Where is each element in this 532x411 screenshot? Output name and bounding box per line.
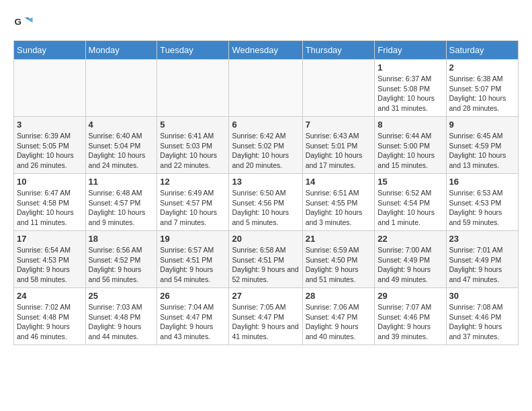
day-number: 11: [89, 177, 154, 187]
calendar-day: 7Sunrise: 6:43 AM Sunset: 5:01 PM Daylig…: [302, 117, 375, 174]
day-info: Sunrise: 6:37 AM Sunset: 5:08 PM Dayligh…: [378, 74, 443, 113]
calendar-day: 8Sunrise: 6:44 AM Sunset: 5:00 PM Daylig…: [375, 117, 446, 174]
day-number: 7: [306, 120, 372, 130]
day-info: Sunrise: 6:56 AM Sunset: 4:52 PM Dayligh…: [89, 245, 154, 285]
day-info: Sunrise: 6:38 AM Sunset: 5:07 PM Dayligh…: [449, 74, 515, 113]
calendar-day: 23Sunrise: 7:01 AM Sunset: 4:49 PM Dayli…: [446, 231, 518, 288]
day-number: 8: [378, 120, 443, 130]
calendar-day: 29Sunrise: 7:07 AM Sunset: 4:46 PM Dayli…: [375, 288, 446, 345]
day-number: 6: [232, 120, 299, 130]
day-info: Sunrise: 6:41 AM Sunset: 5:03 PM Dayligh…: [160, 131, 226, 171]
day-info: Sunrise: 6:39 AM Sunset: 5:05 PM Dayligh…: [17, 131, 83, 171]
calendar-day: 3Sunrise: 6:39 AM Sunset: 5:05 PM Daylig…: [14, 117, 86, 174]
calendar-day: 2Sunrise: 6:38 AM Sunset: 5:07 PM Daylig…: [446, 60, 518, 117]
calendar-day: 16Sunrise: 6:53 AM Sunset: 4:53 PM Dayli…: [446, 174, 518, 231]
calendar-day: 17Sunrise: 6:54 AM Sunset: 4:53 PM Dayli…: [14, 231, 86, 288]
column-header-sunday: Sunday: [14, 41, 86, 60]
day-number: 12: [160, 177, 226, 187]
calendar-day: 21Sunrise: 6:59 AM Sunset: 4:50 PM Dayli…: [302, 231, 375, 288]
day-info: Sunrise: 6:47 AM Sunset: 4:58 PM Dayligh…: [17, 188, 83, 228]
calendar-day: 28Sunrise: 7:06 AM Sunset: 4:47 PM Dayli…: [302, 288, 375, 345]
calendar-day: 25Sunrise: 7:03 AM Sunset: 4:48 PM Dayli…: [85, 288, 157, 345]
calendar-day: 9Sunrise: 6:45 AM Sunset: 4:59 PM Daylig…: [446, 117, 518, 174]
calendar-table: SundayMondayTuesdayWednesdayThursdayFrid…: [13, 40, 519, 345]
day-number: 18: [89, 234, 154, 244]
day-number: 29: [378, 291, 443, 301]
calendar-day: 11Sunrise: 6:48 AM Sunset: 4:57 PM Dayli…: [85, 174, 157, 231]
calendar-week-3: 10Sunrise: 6:47 AM Sunset: 4:58 PM Dayli…: [14, 174, 519, 231]
calendar-day: [14, 60, 86, 117]
day-info: Sunrise: 7:05 AM Sunset: 4:47 PM Dayligh…: [232, 302, 299, 342]
day-info: Sunrise: 7:03 AM Sunset: 4:48 PM Dayligh…: [89, 302, 154, 342]
svg-text:G: G: [15, 17, 22, 27]
day-number: 19: [160, 234, 226, 244]
day-number: 10: [17, 177, 83, 187]
day-number: 9: [449, 120, 515, 130]
day-info: Sunrise: 6:45 AM Sunset: 4:59 PM Dayligh…: [449, 131, 515, 171]
calendar-week-5: 24Sunrise: 7:02 AM Sunset: 4:48 PM Dayli…: [14, 288, 519, 345]
day-info: Sunrise: 6:53 AM Sunset: 4:53 PM Dayligh…: [449, 188, 515, 228]
calendar-day: 22Sunrise: 7:00 AM Sunset: 4:49 PM Dayli…: [375, 231, 446, 288]
day-info: Sunrise: 6:57 AM Sunset: 4:51 PM Dayligh…: [160, 245, 226, 285]
column-header-thursday: Thursday: [302, 41, 375, 60]
day-info: Sunrise: 6:43 AM Sunset: 5:01 PM Dayligh…: [306, 131, 372, 171]
day-info: Sunrise: 6:54 AM Sunset: 4:53 PM Dayligh…: [17, 245, 83, 285]
calendar-day: [302, 60, 375, 117]
calendar-day: 30Sunrise: 7:08 AM Sunset: 4:46 PM Dayli…: [446, 288, 518, 345]
calendar-week-1: 1Sunrise: 6:37 AM Sunset: 5:08 PM Daylig…: [14, 60, 519, 117]
calendar-day: 10Sunrise: 6:47 AM Sunset: 4:58 PM Dayli…: [14, 174, 86, 231]
logo: G: [13, 13, 36, 34]
day-info: Sunrise: 7:04 AM Sunset: 4:47 PM Dayligh…: [160, 302, 226, 342]
calendar-day: 5Sunrise: 6:41 AM Sunset: 5:03 PM Daylig…: [157, 117, 229, 174]
calendar-day: [85, 60, 157, 117]
calendar-day: 27Sunrise: 7:05 AM Sunset: 4:47 PM Dayli…: [229, 288, 302, 345]
day-number: 17: [17, 234, 83, 244]
day-number: 21: [306, 234, 372, 244]
day-info: Sunrise: 6:49 AM Sunset: 4:57 PM Dayligh…: [160, 188, 226, 228]
day-info: Sunrise: 6:44 AM Sunset: 5:00 PM Dayligh…: [378, 131, 443, 171]
day-info: Sunrise: 7:02 AM Sunset: 4:48 PM Dayligh…: [17, 302, 83, 342]
day-info: Sunrise: 7:07 AM Sunset: 4:46 PM Dayligh…: [378, 302, 443, 342]
calendar-day: 6Sunrise: 6:42 AM Sunset: 5:02 PM Daylig…: [229, 117, 302, 174]
day-number: 28: [306, 291, 372, 301]
calendar-day: 14Sunrise: 6:51 AM Sunset: 4:55 PM Dayli…: [302, 174, 375, 231]
day-number: 13: [232, 177, 299, 187]
calendar-week-4: 17Sunrise: 6:54 AM Sunset: 4:53 PM Dayli…: [14, 231, 519, 288]
column-header-tuesday: Tuesday: [157, 41, 229, 60]
column-header-friday: Friday: [375, 41, 446, 60]
calendar-day: 24Sunrise: 7:02 AM Sunset: 4:48 PM Dayli…: [14, 288, 86, 345]
page-header: G: [13, 13, 519, 34]
day-info: Sunrise: 6:58 AM Sunset: 4:51 PM Dayligh…: [232, 245, 299, 285]
day-info: Sunrise: 7:00 AM Sunset: 4:49 PM Dayligh…: [378, 245, 443, 285]
day-info: Sunrise: 6:51 AM Sunset: 4:55 PM Dayligh…: [306, 188, 372, 228]
day-number: 23: [449, 234, 515, 244]
calendar-day: 13Sunrise: 6:50 AM Sunset: 4:56 PM Dayli…: [229, 174, 302, 231]
logo-icon: G: [13, 13, 34, 34]
day-number: 16: [449, 177, 515, 187]
day-info: Sunrise: 6:42 AM Sunset: 5:02 PM Dayligh…: [232, 131, 299, 171]
day-info: Sunrise: 6:40 AM Sunset: 5:04 PM Dayligh…: [89, 131, 154, 171]
day-number: 25: [89, 291, 154, 301]
day-number: 14: [306, 177, 372, 187]
calendar-header-row: SundayMondayTuesdayWednesdayThursdayFrid…: [14, 41, 519, 60]
day-number: 27: [232, 291, 299, 301]
day-number: 3: [17, 120, 83, 130]
day-info: Sunrise: 7:08 AM Sunset: 4:46 PM Dayligh…: [449, 302, 515, 342]
calendar-day: 26Sunrise: 7:04 AM Sunset: 4:47 PM Dayli…: [157, 288, 229, 345]
column-header-wednesday: Wednesday: [229, 41, 302, 60]
day-number: 30: [449, 291, 515, 301]
calendar-day: 4Sunrise: 6:40 AM Sunset: 5:04 PM Daylig…: [85, 117, 157, 174]
day-number: 4: [89, 120, 154, 130]
calendar-day: 18Sunrise: 6:56 AM Sunset: 4:52 PM Dayli…: [85, 231, 157, 288]
calendar-day: 12Sunrise: 6:49 AM Sunset: 4:57 PM Dayli…: [157, 174, 229, 231]
day-info: Sunrise: 7:06 AM Sunset: 4:47 PM Dayligh…: [306, 302, 372, 342]
day-number: 26: [160, 291, 226, 301]
day-number: 2: [449, 62, 515, 73]
day-info: Sunrise: 6:52 AM Sunset: 4:54 PM Dayligh…: [378, 188, 443, 228]
day-number: 20: [232, 234, 299, 244]
column-header-saturday: Saturday: [446, 41, 518, 60]
calendar-day: 15Sunrise: 6:52 AM Sunset: 4:54 PM Dayli…: [375, 174, 446, 231]
day-number: 24: [17, 291, 83, 301]
day-number: 5: [160, 120, 226, 130]
day-info: Sunrise: 6:50 AM Sunset: 4:56 PM Dayligh…: [232, 188, 299, 228]
